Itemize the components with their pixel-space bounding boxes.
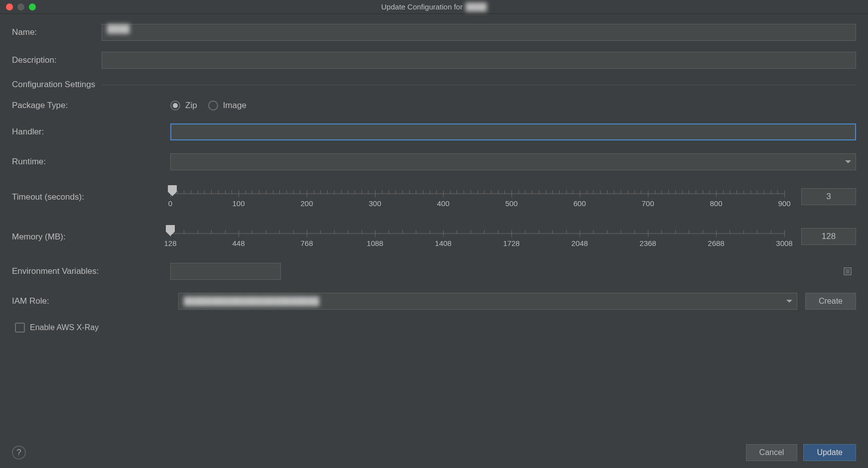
slider-tick-minor: [566, 230, 567, 234]
slider-tick-label: 500: [505, 199, 517, 208]
list-edit-icon[interactable]: [842, 266, 853, 277]
slider-tick-minor: [348, 190, 348, 194]
iam-role-value: ████████████████████████: [178, 293, 797, 310]
cancel-button[interactable]: Cancel: [746, 444, 798, 461]
slider-tick-minor: [655, 190, 655, 194]
slider-tick-minor: [478, 190, 478, 194]
slider-tick-minor: [320, 190, 321, 194]
section-divider: [102, 85, 856, 85]
slider-tick-minor: [266, 190, 266, 194]
slider-tick-minor: [430, 190, 430, 194]
slider-tick-label: 700: [641, 199, 654, 208]
window-title-prefix: Update Configuration for: [381, 2, 463, 11]
help-icon[interactable]: ?: [12, 446, 26, 460]
slider-tick-minor: [491, 190, 492, 194]
slider-tick-minor: [634, 230, 635, 234]
slider-tick-label: 400: [437, 199, 449, 208]
minimize-window-icon[interactable]: [17, 3, 24, 10]
slider-tick-minor: [464, 190, 464, 194]
slider-tick-minor: [607, 230, 608, 234]
description-input[interactable]: [102, 52, 856, 69]
slider-tick-minor: [559, 190, 560, 194]
slider-tick-major: [716, 230, 717, 237]
package-type-zip-label: Zip: [185, 101, 197, 111]
slider-tick-minor: [259, 190, 259, 194]
timeout-value-input[interactable]: 3: [801, 188, 856, 205]
runtime-select[interactable]: [170, 153, 856, 170]
slider-tick-label: 800: [710, 199, 722, 208]
slider-track: [170, 233, 784, 234]
name-label: Name:: [12, 27, 102, 37]
slider-tick-minor: [641, 190, 641, 194]
package-type-zip-radio[interactable]: Zip: [170, 101, 197, 111]
slider-tick-label: 2048: [571, 239, 588, 247]
slider-tick-minor: [300, 190, 300, 194]
package-type-image-radio[interactable]: Image: [208, 101, 247, 111]
iam-role-select[interactable]: ████████████████████████: [178, 293, 797, 310]
package-type-label: Package Type:: [12, 101, 170, 111]
slider-tick-major: [239, 190, 239, 197]
slider-tick-minor: [607, 190, 608, 194]
slider-tick-minor: [484, 190, 485, 194]
window-title: Update Configuration for ████: [0, 2, 868, 11]
memory-value-input[interactable]: 128: [801, 228, 856, 245]
slider-tick-minor: [232, 190, 232, 194]
slider-tick-minor: [320, 230, 321, 234]
handler-label: Handler:: [12, 127, 170, 137]
slider-tick-minor: [764, 190, 764, 194]
slider-tick-minor: [273, 190, 273, 194]
slider-tick-label: 1088: [367, 239, 383, 247]
maximize-window-icon[interactable]: [29, 3, 36, 10]
slider-tick-minor: [402, 190, 403, 194]
package-type-radio-group: Zip Image: [170, 101, 247, 111]
timeout-slider[interactable]: 0100200300400500600700800900: [170, 183, 784, 208]
slider-tick-minor: [334, 230, 335, 234]
slider-tick-minor: [620, 230, 621, 234]
slider-tick-minor: [211, 190, 212, 194]
slider-tick-minor: [246, 190, 246, 194]
slider-tick-minor: [546, 190, 546, 194]
slider-tick-minor: [341, 190, 342, 194]
slider-tick-label: 768: [300, 239, 313, 247]
slider-tick-minor: [730, 190, 730, 194]
slider-tick-minor: [204, 190, 205, 194]
slider-tick-minor: [689, 190, 689, 194]
slider-tick-major: [784, 190, 785, 197]
slider-tick-minor: [552, 190, 553, 194]
enable-xray-checkbox[interactable]: [15, 323, 25, 333]
update-button[interactable]: Update: [803, 444, 856, 461]
slider-tick-minor: [498, 190, 498, 194]
slider-tick-minor: [757, 190, 757, 194]
slider-tick-major: [580, 190, 580, 197]
slider-tick-major: [511, 230, 512, 237]
slider-tick-minor: [436, 190, 437, 194]
slider-tick-minor: [266, 230, 266, 234]
config-section-title: Configuration Settings: [12, 80, 95, 90]
memory-label: Memory (MB):: [12, 223, 170, 242]
slider-tick-minor: [675, 190, 676, 194]
slider-tick-minor: [388, 230, 389, 234]
env-vars-input[interactable]: [170, 263, 281, 280]
radio-icon: [208, 101, 218, 111]
slider-tick-minor: [525, 230, 525, 234]
slider-tick-label: 300: [369, 199, 381, 208]
slider-tick-minor: [457, 190, 457, 194]
slider-tick-minor: [661, 190, 662, 194]
slider-tick-minor: [362, 190, 362, 194]
slider-tick-minor: [689, 230, 689, 234]
slider-tick-minor: [532, 190, 532, 194]
slider-tick-minor: [457, 230, 457, 234]
name-value: ████: [107, 24, 129, 33]
env-vars-label: Environment Variables:: [12, 266, 170, 276]
name-input[interactable]: ████: [102, 24, 856, 41]
slider-tick-label: 128: [164, 239, 176, 247]
slider-tick-minor: [252, 230, 252, 234]
memory-slider[interactable]: 1284487681088140817282048236826883008: [170, 223, 784, 248]
slider-tick-major: [648, 190, 648, 197]
slider-tick-minor: [416, 230, 416, 234]
window-title-target: ████: [466, 2, 487, 11]
handler-input[interactable]: [170, 123, 856, 140]
create-role-button[interactable]: Create: [805, 293, 856, 310]
close-window-icon[interactable]: [6, 3, 13, 10]
slider-tick-major: [580, 230, 580, 237]
